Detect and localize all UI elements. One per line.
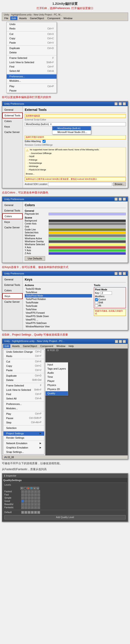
keys-action-rotate[interactable]: Tools/Rotate <box>25 301 92 304</box>
default-icon-2[interactable]: 5 <box>25 511 27 514</box>
submenu-time[interactable]: Time <box>45 375 68 379</box>
win-close[interactable]: × <box>123 102 126 106</box>
ps-paste[interactable]: Paste Ctrl+V <box>4 368 44 372</box>
keys-win-minimize[interactable]: _ <box>114 272 118 275</box>
fantastic-icon-6[interactable]: ✓ <box>37 506 40 509</box>
default-icon-4[interactable]: 0 <box>31 511 34 514</box>
fastest-icon-6[interactable]: ✓ <box>37 490 40 493</box>
win-minimize[interactable]: _ <box>114 102 118 106</box>
ps-duplicate[interactable]: Duplicate Ctrl+D <box>4 374 44 378</box>
default-icon-5[interactable]: 5 <box>34 511 37 514</box>
sidebar-external-tools[interactable]: External Tools <box>2 112 23 118</box>
submenu-input[interactable]: Input <box>45 362 68 366</box>
menu-delete[interactable]: Delete <box>7 50 56 55</box>
fantastic-icon-5[interactable]: ✓ <box>34 506 37 509</box>
grid-swatch[interactable] <box>48 226 126 228</box>
ps-win-close[interactable]: × <box>123 340 126 343</box>
fantastic-icon-1[interactable]: ✓ <box>21 506 24 509</box>
ps-graphics-emulation[interactable]: Graphics Emulation ▶ <box>4 446 44 450</box>
ps-win-maximize[interactable]: □ <box>119 340 122 343</box>
keys-sidebar-cache-server[interactable]: Cache Server <box>2 299 23 304</box>
fast-icon-5[interactable]: ✓ <box>34 494 37 496</box>
sidebar-general[interactable]: General <box>2 107 23 112</box>
keys-action-fps-forward[interactable]: View/FPS Forward <box>25 311 92 314</box>
keys-action-2d-mode[interactable]: Tools/2D Mode <box>25 287 92 291</box>
good-icon-5[interactable]: ✓ <box>34 500 37 502</box>
submenu-physics-2d[interactable]: Physics 2D <box>45 387 68 391</box>
wireframe-active-swatch[interactable] <box>48 237 126 240</box>
use-defaults-button[interactable]: Use Defaults <box>25 256 45 261</box>
fast-icon-1[interactable]: ✓ <box>21 494 24 496</box>
ps-menu-assets[interactable]: Assets <box>11 344 21 348</box>
fastest-icon-5[interactable]: ✓ <box>34 490 37 493</box>
good-icon-3[interactable]: ✓ <box>28 500 30 502</box>
colors-sidebar-colors[interactable]: Colors <box>2 213 23 219</box>
ps-render-settings[interactable]: Render Settings <box>4 436 44 440</box>
selected-axis-swatch[interactable] <box>48 231 126 234</box>
win-maximize[interactable]: □ <box>118 102 122 106</box>
keys-action-pivot-mode[interactable]: Tools/Pivot Mode <box>25 294 92 298</box>
keys-action-view[interactable]: Tools/View <box>25 308 92 311</box>
ps-snap-settings[interactable]: Snap Settings... <box>4 450 44 454</box>
fastest-icon-2[interactable]: ✓ <box>25 490 27 493</box>
beautiful-icon-5[interactable]: ✓ <box>34 503 37 506</box>
ps-win-minimize[interactable]: _ <box>115 340 118 343</box>
submenu-tags-and-layers[interactable]: Tags and Layers <box>45 366 68 371</box>
good-icon-2[interactable]: ✓ <box>25 500 27 502</box>
add-quality-level-button[interactable]: Add Quality Level <box>4 515 126 520</box>
menu-pause[interactable]: Pause <box>7 88 56 93</box>
shift-checkbox[interactable] <box>95 301 98 304</box>
menu-window[interactable]: Window <box>62 16 74 20</box>
menu-cut[interactable]: Cut Ctrl+X <box>7 32 56 36</box>
fastest-icon-3[interactable]: ✓ <box>28 490 30 493</box>
keys-sidebar-colors[interactable]: Colors <box>2 288 23 293</box>
menu-find[interactable]: Find Ctrl+F <box>7 64 56 69</box>
keys-action-move[interactable]: Tools/Move <box>25 291 92 294</box>
menu-paste[interactable]: Paste Ctrl+V <box>7 40 56 45</box>
ext-script-dropdown[interactable]: MonoDevelop (built-in) ▼ <box>25 122 126 126</box>
simple-icon-2[interactable]: ✓ <box>25 497 27 499</box>
menu-modules[interactable]: Modules... <box>7 79 56 83</box>
y-axis-swatch[interactable] <box>48 249 126 252</box>
good-icon-4[interactable]: ✓ <box>31 500 34 502</box>
keys-action-fps-side-down[interactable]: View/FPS SideDown <box>25 322 92 325</box>
fast-icon-3[interactable]: ✓ <box>28 494 30 496</box>
beautiful-icon-1[interactable]: ✓ <box>21 503 24 506</box>
ps-preferences[interactable]: Preferences... <box>4 402 44 406</box>
sidebar-cache-server[interactable]: Cache Server <box>2 129 23 135</box>
fast-icon-2[interactable]: ✓ <box>25 494 27 496</box>
menu-edit[interactable]: Edit <box>10 16 17 20</box>
ps-cut[interactable]: Cut Ctrl+X <box>4 360 44 364</box>
simple-icon-6[interactable]: ✓ <box>37 497 40 499</box>
popup-vs2015[interactable]: Microsoft Visual Studio 201... <box>52 130 91 134</box>
alt-checkbox[interactable] <box>95 304 98 307</box>
ps-copy[interactable]: Copy Ctrl+C <box>4 364 44 368</box>
keys-sidebar-keys[interactable]: Keys <box>2 293 23 299</box>
guide-line-swatch[interactable] <box>48 228 126 231</box>
submenu-audio[interactable]: Audio <box>45 371 68 375</box>
menu-copy[interactable]: Copy Ctrl+C <box>7 36 56 40</box>
keys-win-maximize[interactable]: □ <box>118 272 122 275</box>
fastest-icon-1[interactable]: ✓ <box>21 490 24 493</box>
menu-preferences[interactable]: Preferences... <box>7 74 56 79</box>
simple-icon-4[interactable]: ✓ <box>31 497 34 499</box>
ps-menu-gameobject[interactable]: GameObject <box>22 344 38 348</box>
menu-file[interactable]: File <box>3 16 10 20</box>
submenu-quality[interactable]: Quality <box>45 391 68 395</box>
beautiful-icon-6[interactable]: ✓ <box>37 503 40 506</box>
background-swatch[interactable] <box>48 220 126 222</box>
playmode-tint-swatch[interactable] <box>48 212 126 215</box>
colors-sidebar-cache-server[interactable]: Cache Server <box>2 225 23 230</box>
z-axis-swatch[interactable] <box>48 252 126 255</box>
wireframe-swatch[interactable] <box>48 234 126 237</box>
colors-sidebar-keys[interactable]: Keys <box>2 219 23 225</box>
ps-redo[interactable]: Redo Ctrl+Y <box>4 354 44 358</box>
beautiful-icon-4[interactable]: ✓ <box>31 503 34 506</box>
colors-win-close[interactable]: × <box>123 198 126 201</box>
ps-menu-window[interactable]: Window <box>55 344 67 348</box>
ps-menu-edit[interactable]: Edit <box>3 344 10 348</box>
menu-component[interactable]: Component <box>46 16 61 20</box>
default-icon-1[interactable]: 5 <box>21 511 24 514</box>
fantastic-icon-2[interactable]: ✓ <box>25 506 27 509</box>
ps-select-all[interactable]: Select All Ctrl+A <box>4 396 44 401</box>
